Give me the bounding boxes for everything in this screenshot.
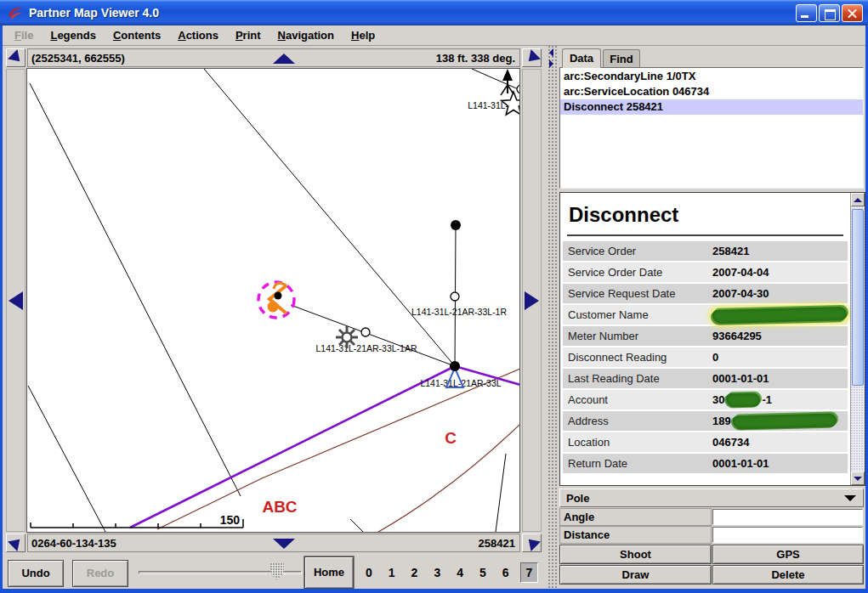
pan-right-strip[interactable] xyxy=(522,69,542,532)
map-canvas: 150 L141-31L-21AR-33L-1R L141-31L-21AR-3… xyxy=(27,69,519,532)
range-bearing-readout: 138 ft. 338 deg. xyxy=(436,52,515,65)
table-row: Service Order Date 2007-04-04 xyxy=(563,263,848,282)
titlebar: Partner Map Viewer 4.0 xyxy=(0,0,868,25)
feature-type-value: Pole xyxy=(566,492,589,505)
zoom-level-6[interactable]: 6 xyxy=(497,563,514,582)
map-viewport[interactable]: 150 L141-31L-21AR-33L-1R L141-31L-21AR-3… xyxy=(26,68,520,533)
menu-file: File xyxy=(8,27,40,43)
detail-scrollbar[interactable] xyxy=(850,193,865,485)
list-item-selected[interactable]: Disconnect 258421 xyxy=(560,99,863,115)
table-row: Return Date 0001-01-01 xyxy=(563,454,848,473)
list-item[interactable]: arc:ServiceLocation 046734 xyxy=(560,84,863,99)
star-symbol xyxy=(502,92,519,115)
scale-bar-label: 150 xyxy=(220,513,241,527)
table-row: Service Order 258421 xyxy=(563,241,848,261)
pan-up-right-button[interactable] xyxy=(522,48,542,67)
menu-print[interactable]: Print xyxy=(229,27,268,43)
feature-type-dropdown[interactable]: Pole xyxy=(559,489,864,507)
draw-button[interactable]: Draw xyxy=(559,565,712,585)
disconnect-flag-icon xyxy=(268,302,279,313)
window-border xyxy=(0,25,3,593)
menu-help[interactable]: Help xyxy=(344,27,382,43)
lot-line xyxy=(30,83,241,496)
collapse-left-icon[interactable] xyxy=(549,48,553,57)
app-logo-icon xyxy=(7,4,24,21)
scroll-down-button[interactable] xyxy=(851,472,865,485)
maximize-button[interactable] xyxy=(819,4,840,22)
table-row: Meter Number 93664295 xyxy=(563,326,848,346)
disconnect-flag-icon xyxy=(275,292,282,300)
feature-label: L141-31L-21AR-33L-1AR xyxy=(315,343,417,353)
tab-find[interactable]: Find xyxy=(603,49,640,68)
zoom-level-0[interactable]: 0 xyxy=(360,563,377,582)
close-button[interactable] xyxy=(842,4,863,22)
table-row: Disconnect Reading 0 xyxy=(563,347,848,367)
order-number-readout: 258421 xyxy=(479,537,515,550)
service-point-symbol xyxy=(361,328,370,336)
pan-down-left-icon xyxy=(8,534,25,551)
pan-down-left-button[interactable] xyxy=(6,534,26,552)
pan-up-icon[interactable] xyxy=(273,54,295,64)
tab-data[interactable]: Data xyxy=(562,48,601,68)
pan-left-strip[interactable] xyxy=(6,69,26,532)
grid-reference: 0264-60-134-135 xyxy=(31,537,116,550)
pan-down-right-button[interactable] xyxy=(522,534,542,552)
selection-halo xyxy=(258,282,294,318)
zoom-level-4[interactable]: 4 xyxy=(451,563,468,582)
selected-disconnect-symbol[interactable] xyxy=(258,282,294,318)
feature-label: L141-31L-21AR-33L-1R xyxy=(411,307,507,317)
list-item[interactable]: arc:SecondaryLine 1/0TX xyxy=(560,69,863,84)
lot-line xyxy=(28,386,105,532)
map-top-bar: (2525341, 662555) 138 ft. 338 deg. xyxy=(27,48,520,67)
zoom-level-7-active[interactable]: 7 xyxy=(520,562,539,583)
minimize-button[interactable] xyxy=(796,4,817,22)
detail-panel: Disconnect Service Order 258421 Service … xyxy=(559,192,865,486)
menu-contents[interactable]: Contents xyxy=(106,27,167,43)
scroll-up-button[interactable] xyxy=(851,193,865,206)
service-point-symbol xyxy=(451,292,459,301)
table-row: Address 189 xyxy=(563,411,848,431)
zoom-slider-thumb[interactable] xyxy=(270,563,284,580)
undo-button[interactable]: Undo xyxy=(8,560,64,587)
home-button[interactable]: Home xyxy=(304,556,354,589)
pan-left-icon xyxy=(9,291,23,310)
shoot-button[interactable]: Shoot xyxy=(559,545,712,564)
zoom-level-2[interactable]: 2 xyxy=(406,563,423,582)
angle-label: Angle xyxy=(559,508,712,526)
road-edge-line xyxy=(157,369,519,529)
scrollbar-thumb[interactable] xyxy=(852,209,864,386)
pan-up-left-icon xyxy=(8,49,25,66)
table-row: Service Request Date 2007-04-30 xyxy=(563,284,848,303)
lot-line xyxy=(204,69,455,366)
pole-symbol xyxy=(451,220,461,230)
zoom-level-3[interactable]: 3 xyxy=(428,563,445,582)
distance-input[interactable] xyxy=(712,527,863,543)
window-border xyxy=(0,589,868,593)
lot-line xyxy=(496,454,506,532)
menu-actions[interactable]: Actions xyxy=(171,27,225,43)
gps-button[interactable]: GPS xyxy=(712,545,864,564)
detail-title: Disconnect xyxy=(560,193,850,227)
zoom-level-1[interactable]: 1 xyxy=(383,563,400,582)
lot-line xyxy=(350,519,363,532)
window-title: Partner Map Viewer 4.0 xyxy=(29,6,159,20)
redo-button[interactable]: Redo xyxy=(72,560,128,587)
zoom-level-5[interactable]: 5 xyxy=(474,563,491,582)
pan-down-icon[interactable] xyxy=(273,539,295,549)
menu-navigation[interactable]: Navigation xyxy=(271,27,341,43)
service-point-symbol xyxy=(517,85,519,93)
zone-label-c: C xyxy=(445,429,457,447)
pan-up-left-button[interactable] xyxy=(6,48,26,67)
detail-table: Service Order 258421 Service Order Date … xyxy=(560,241,850,473)
redacted-customer-name xyxy=(712,306,847,323)
menu-legends[interactable]: Legends xyxy=(43,27,102,43)
delete-button[interactable]: Delete xyxy=(712,565,864,585)
collapse-right-icon[interactable] xyxy=(549,59,553,68)
scroll-down-icon xyxy=(854,477,862,481)
redacted-address xyxy=(733,413,837,429)
pole-symbol xyxy=(450,361,460,371)
chevron-down-icon xyxy=(844,495,856,501)
search-result-list: arc:SecondaryLine 1/0TX arc:ServiceLocat… xyxy=(559,67,864,189)
panel-splitter[interactable] xyxy=(548,46,559,590)
angle-input[interactable] xyxy=(712,509,863,525)
